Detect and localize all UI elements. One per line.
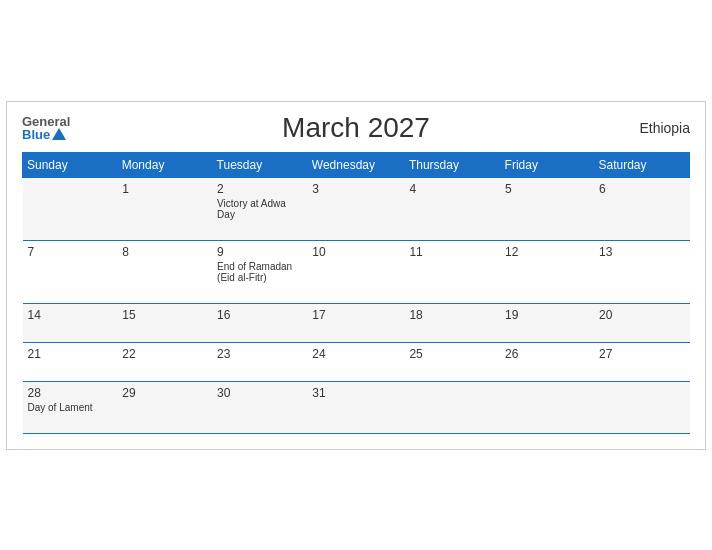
header-saturday: Saturday [594,152,690,177]
weekday-header-row: Sunday Monday Tuesday Wednesday Thursday… [23,152,690,177]
calendar-cell: 6 [594,177,690,240]
day-number: 12 [505,245,589,259]
day-number: 23 [217,347,302,361]
calendar-cell: 19 [500,303,594,342]
day-number: 13 [599,245,685,259]
day-number: 5 [505,182,589,196]
calendar-event: End of Ramadan (Eid al-Fitr) [217,261,302,283]
calendar-cell [23,177,118,240]
calendar-cell: 13 [594,240,690,303]
day-number: 28 [28,386,113,400]
calendar-cell: 30 [212,381,307,433]
header-wednesday: Wednesday [307,152,404,177]
day-number: 2 [217,182,302,196]
country-label: Ethiopia [639,120,690,136]
day-number: 16 [217,308,302,322]
logo: General Blue [22,115,70,141]
calendar-event: Victory at Adwa Day [217,198,302,220]
calendar-header: General Blue March 2027 Ethiopia [22,112,690,144]
day-number: 8 [122,245,207,259]
calendar-week-row: 14151617181920 [23,303,690,342]
calendar-week-row: 12Victory at Adwa Day3456 [23,177,690,240]
day-number: 15 [122,308,207,322]
day-number: 14 [28,308,113,322]
calendar-cell: 24 [307,342,404,381]
calendar-cell: 23 [212,342,307,381]
calendar-title: March 2027 [282,112,430,144]
calendar-table: Sunday Monday Tuesday Wednesday Thursday… [22,152,690,434]
day-number: 26 [505,347,589,361]
calendar-container: General Blue March 2027 Ethiopia Sunday … [6,101,706,450]
day-number: 21 [28,347,113,361]
day-number: 1 [122,182,207,196]
day-number: 6 [599,182,685,196]
calendar-cell: 25 [404,342,500,381]
calendar-cell [500,381,594,433]
calendar-cell: 15 [117,303,212,342]
day-number: 19 [505,308,589,322]
header-monday: Monday [117,152,212,177]
calendar-cell: 7 [23,240,118,303]
calendar-cell: 29 [117,381,212,433]
day-number: 22 [122,347,207,361]
calendar-cell: 2Victory at Adwa Day [212,177,307,240]
calendar-cell [404,381,500,433]
calendar-cell: 18 [404,303,500,342]
calendar-cell: 17 [307,303,404,342]
day-number: 11 [409,245,495,259]
day-number: 27 [599,347,685,361]
day-number: 18 [409,308,495,322]
day-number: 3 [312,182,399,196]
calendar-cell: 3 [307,177,404,240]
calendar-cell: 1 [117,177,212,240]
logo-blue-text: Blue [22,128,70,141]
calendar-week-row: 28Day of Lament293031 [23,381,690,433]
calendar-cell: 28Day of Lament [23,381,118,433]
header-friday: Friday [500,152,594,177]
calendar-cell [594,381,690,433]
header-thursday: Thursday [404,152,500,177]
day-number: 7 [28,245,113,259]
calendar-cell: 22 [117,342,212,381]
header-sunday: Sunday [23,152,118,177]
calendar-cell: 16 [212,303,307,342]
day-number: 10 [312,245,399,259]
day-number: 4 [409,182,495,196]
calendar-cell: 31 [307,381,404,433]
day-number: 20 [599,308,685,322]
calendar-cell: 8 [117,240,212,303]
day-number: 29 [122,386,207,400]
day-number: 9 [217,245,302,259]
calendar-cell: 11 [404,240,500,303]
day-number: 30 [217,386,302,400]
calendar-cell: 20 [594,303,690,342]
calendar-cell: 9End of Ramadan (Eid al-Fitr) [212,240,307,303]
day-number: 25 [409,347,495,361]
calendar-event: Day of Lament [28,402,113,413]
logo-triangle-icon [52,128,66,140]
calendar-cell: 26 [500,342,594,381]
day-number: 24 [312,347,399,361]
calendar-week-row: 21222324252627 [23,342,690,381]
calendar-cell: 10 [307,240,404,303]
day-number: 17 [312,308,399,322]
day-number: 31 [312,386,399,400]
calendar-cell: 12 [500,240,594,303]
header-tuesday: Tuesday [212,152,307,177]
logo-general-text: General [22,115,70,128]
calendar-cell: 21 [23,342,118,381]
calendar-week-row: 789End of Ramadan (Eid al-Fitr)10111213 [23,240,690,303]
calendar-cell: 4 [404,177,500,240]
calendar-cell: 27 [594,342,690,381]
calendar-cell: 5 [500,177,594,240]
calendar-cell: 14 [23,303,118,342]
